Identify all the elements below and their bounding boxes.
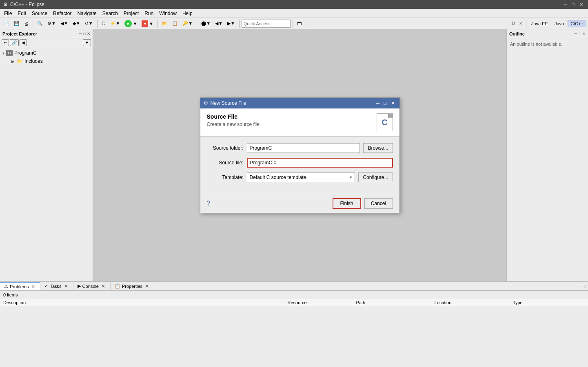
minimize-button[interactable]: ─ — [562, 2, 569, 8]
project-explorer-toolbar: ⇤ 🔗 ◀ ▼ — [0, 38, 93, 47]
template-select[interactable]: Default C source template Empty C source… — [247, 172, 355, 182]
dialog-maximize-btn[interactable]: □ — [382, 100, 388, 106]
tab-tasks[interactable]: ✓ Tasks ✕ — [40, 282, 73, 290]
menu-file[interactable]: File — [2, 10, 14, 17]
perspective-open-button[interactable]: 🗔 — [295, 20, 304, 27]
maximize-button[interactable]: □ — [570, 2, 576, 8]
outline-title: Outline — [509, 31, 525, 36]
outline-close-btn[interactable]: ✕ — [582, 31, 586, 36]
configure-button[interactable]: Configure... — [358, 172, 393, 182]
cancel-button[interactable]: Cancel — [364, 198, 393, 209]
panel-close-btn[interactable]: ✕ — [87, 31, 90, 36]
dialog-minimize-btn[interactable]: ─ — [375, 100, 381, 106]
help-button[interactable]: ? — [207, 200, 211, 207]
finish-button[interactable]: Finish — [333, 198, 361, 209]
dialog-close-btn[interactable]: ✕ — [390, 100, 396, 106]
menu-bar: File Edit Source Refactor Navigate Searc… — [0, 9, 588, 18]
toolbar-btn-2[interactable]: ⚙▼ — [45, 20, 58, 27]
dialog-footer: ? Finish Cancel — [200, 194, 399, 213]
menu-help[interactable]: Help — [180, 10, 195, 17]
menu-refactor[interactable]: Refactor — [51, 10, 74, 17]
menu-window[interactable]: Window — [157, 10, 179, 17]
toolbar-btn-1[interactable]: 🔍 — [35, 20, 45, 27]
print-button[interactable]: 🖨 — [22, 20, 31, 27]
tree-back-btn[interactable]: ◀ — [20, 39, 27, 46]
menu-project[interactable]: Project — [121, 10, 141, 17]
project-explorer-header: Project Explorer ─ □ ✕ — [0, 29, 93, 38]
tree-item-programc[interactable]: ▾ C ProgramC — [0, 49, 93, 57]
perspective-overflow-btn[interactable]: O — [510, 20, 517, 27]
c-file-icon: C — [377, 113, 393, 131]
col-path[interactable]: Path — [353, 299, 431, 306]
next-button[interactable]: ▶▼ — [225, 20, 237, 27]
tab-console[interactable]: ▶ Console ✕ — [73, 282, 111, 290]
col-resource[interactable]: Resource — [284, 299, 353, 306]
dialog-title-bar: ⚙ New Source File ─ □ ✕ — [200, 98, 399, 108]
bottom-minimize-btn[interactable]: ─ — [580, 284, 583, 288]
quick-access-input[interactable] — [242, 20, 291, 28]
toolbar-group-file: 📄 💾 🖨 — [2, 20, 31, 27]
app-title: C/C++ - Eclipse — [10, 2, 44, 7]
outline-maximize-btn[interactable]: □ — [579, 31, 581, 36]
toolbar-group-debug: ⬤▼ ◀▼ ▶▼ — [199, 20, 237, 27]
tree-item-includes[interactable]: ▶ 📁 Includes — [0, 57, 93, 65]
new-button[interactable]: 📄 — [2, 20, 11, 27]
stop-button[interactable]: ■▼ — [140, 19, 155, 28]
panel-maximize-btn[interactable]: □ — [83, 31, 86, 36]
toolbar-btn-11[interactable]: ⬤▼ — [199, 20, 213, 27]
menu-navigate[interactable]: Navigate — [75, 10, 99, 17]
perspective-cpp-btn[interactable]: C/C++ — [568, 20, 586, 27]
prev-button[interactable]: ◀▼ — [213, 20, 225, 27]
panel-controls: ─ □ ✕ — [79, 31, 90, 36]
project-explorer-panel: Project Explorer ─ □ ✕ ⇤ 🔗 ◀ ▼ ▾ — [0, 29, 93, 281]
menu-source[interactable]: Source — [29, 10, 50, 17]
project-tree: ▾ C ProgramC ▶ 📁 Includes — [0, 47, 93, 281]
toolbar-btn-7[interactable]: ⚡▼ — [108, 20, 122, 27]
col-description[interactable]: Description — [0, 299, 284, 306]
source-folder-input[interactable] — [247, 143, 360, 153]
panel-minimize-btn[interactable]: ─ — [79, 31, 82, 36]
menu-edit[interactable]: Edit — [15, 10, 29, 17]
separator-7 — [306, 20, 306, 28]
problems-close-icon[interactable]: ✕ — [30, 283, 36, 290]
col-location[interactable]: Location — [431, 299, 510, 306]
toolbar-btn-6[interactable]: ⬡ — [100, 20, 108, 27]
perspective-javaee-btn[interactable]: Java EE — [528, 20, 551, 27]
title-bar-left: ⚙ C/C++ - Eclipse — [3, 2, 44, 7]
toolbar-btn-8[interactable]: 📂 — [160, 20, 170, 27]
modal-overlay: ⚙ New Source File ─ □ ✕ Source File — [93, 29, 506, 281]
toolbar-btn-5[interactable]: ↺▼ — [83, 20, 95, 27]
expand-arrow-programc: ▾ — [2, 51, 4, 55]
save-button[interactable]: 💾 — [12, 20, 22, 27]
tree-menu-btn[interactable]: ▼ — [83, 39, 91, 46]
dialog-controls: ─ □ ✕ — [375, 100, 396, 106]
tab-properties[interactable]: 📋 Properties ✕ — [111, 282, 154, 290]
collapse-all-btn[interactable]: ⇤ — [2, 39, 9, 46]
includes-label: Includes — [24, 58, 43, 64]
tab-problems[interactable]: ⚠ Problems ✕ — [0, 282, 40, 290]
source-file-input[interactable] — [247, 158, 393, 168]
project-icon: C — [6, 50, 13, 56]
title-bar-controls[interactable]: ─ □ ✕ — [562, 2, 585, 8]
toolbar-btn-10[interactable]: 🔑▼ — [180, 20, 195, 27]
menu-search[interactable]: Search — [100, 10, 120, 17]
properties-close-icon[interactable]: ✕ — [144, 283, 150, 290]
properties-label: Properties — [122, 284, 142, 289]
toolbar-btn-9[interactable]: 📋 — [170, 20, 180, 27]
perspective-java-btn[interactable]: Java — [552, 20, 567, 27]
browse-button[interactable]: Browse... — [363, 143, 393, 153]
perspective-close-btn[interactable]: ✕ — [517, 20, 524, 27]
outline-minimize-btn[interactable]: ─ — [575, 31, 577, 36]
console-close-icon[interactable]: ✕ — [100, 283, 106, 290]
col-type[interactable]: Type — [510, 299, 588, 306]
toolbar-btn-4[interactable]: ◆▼ — [71, 20, 82, 27]
new-source-file-dialog: ⚙ New Source File ─ □ ✕ Source File — [200, 97, 400, 213]
link-btn[interactable]: 🔗 — [10, 39, 19, 46]
close-button[interactable]: ✕ — [578, 2, 585, 8]
menu-run[interactable]: Run — [142, 10, 156, 17]
toolbar-btn-3[interactable]: ◀▼ — [58, 20, 70, 27]
dialog-header: Source File Create a new source file. C — [200, 108, 399, 137]
tasks-close-icon[interactable]: ✕ — [63, 283, 69, 290]
bottom-maximize-btn[interactable]: □ — [584, 284, 586, 288]
run-button[interactable]: ▶▼ — [122, 19, 139, 29]
